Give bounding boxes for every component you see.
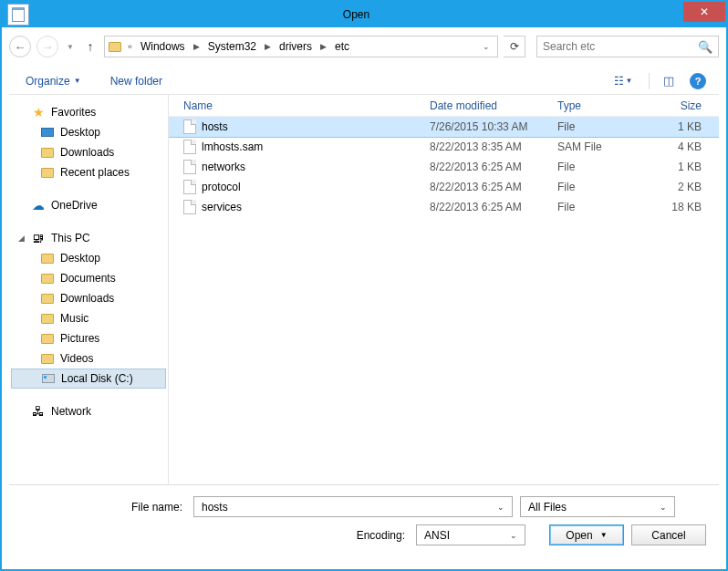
filename-input[interactable]: hosts ⌄ [193, 496, 513, 517]
refresh-button[interactable]: ⟳ [504, 36, 525, 57]
filename-value: hosts [198, 501, 494, 514]
chevron-right-icon[interactable]: ▶ [262, 42, 274, 51]
help-button[interactable]: ? [690, 73, 706, 89]
sidebar-label: Pictures [60, 332, 99, 345]
sidebar: ★ Favorites Desktop Downloads Recent pla… [9, 95, 169, 484]
preview-pane-button[interactable]: ◫ [657, 71, 681, 91]
file-icon [183, 160, 196, 174]
network-icon: 🖧 [31, 404, 46, 419]
back-button[interactable]: ← [9, 36, 31, 57]
file-name-cell: services [178, 200, 424, 214]
sidebar-label: This PC [51, 232, 90, 244]
file-date-cell: 8/22/2013 8:35 AM [424, 140, 552, 153]
sidebar-label: Favorites [51, 106, 96, 119]
encoding-label: Encoding: [357, 529, 409, 542]
sidebar-recent[interactable]: Recent places [9, 162, 168, 182]
sidebar-pc-localdisk[interactable]: Local Disk (C:) [11, 369, 166, 389]
filter-value: All Files [525, 501, 656, 514]
chevron-down-icon: ▼ [74, 77, 81, 85]
body: ★ Favorites Desktop Downloads Recent pla… [9, 95, 719, 485]
filename-label: File name: [22, 501, 186, 514]
view-options-button[interactable]: ☷▼ [605, 71, 641, 91]
search-box[interactable]: 🔍 [536, 36, 719, 57]
sidebar-desktop[interactable]: Desktop [9, 122, 168, 142]
organize-label: Organize [26, 75, 70, 88]
titlebar: Open ✕ [2, 2, 726, 27]
folder-icon [40, 351, 55, 366]
sidebar-onedrive[interactable]: ☁ OneDrive [9, 195, 168, 215]
sidebar-downloads[interactable]: Downloads [9, 142, 168, 162]
sidebar-network[interactable]: 🖧 Network [9, 401, 168, 421]
column-name[interactable]: Name [178, 99, 424, 112]
sidebar-pc-music[interactable]: Music [9, 308, 168, 328]
close-button[interactable]: ✕ [683, 2, 725, 22]
file-date-cell: 7/26/2015 10:33 AM [424, 120, 552, 133]
chevron-down-icon: ⌄ [656, 503, 671, 512]
chevron-right-icon[interactable]: ▶ [191, 42, 203, 51]
file-icon [183, 119, 196, 134]
new-folder-button[interactable]: New folder [107, 71, 166, 91]
address-dropdown[interactable]: ⌄ [477, 42, 495, 51]
collapse-icon: ◢ [16, 234, 26, 243]
toolbar: Organize ▼ New folder ☷▼ ◫ ? [9, 64, 719, 95]
sidebar-pc-desktop[interactable]: Desktop [9, 248, 168, 268]
file-row[interactable]: services8/22/2013 6:25 AMFile18 KB [169, 197, 719, 217]
file-row[interactable]: hosts7/26/2015 10:33 AMFile1 KB [169, 117, 719, 137]
sidebar-pc-videos[interactable]: Videos [9, 348, 168, 369]
file-row[interactable]: protocol8/22/2013 6:25 AMFile2 KB [169, 177, 719, 197]
cancel-button[interactable]: Cancel [631, 524, 706, 545]
file-name: networks [202, 161, 245, 173]
column-headers: Name Date modified Type Size [169, 95, 719, 117]
file-size-cell: 1 KB [643, 161, 707, 173]
file-name-cell: networks [178, 160, 424, 174]
breadcrumb-etc[interactable]: etc [331, 38, 353, 55]
breadcrumb-windows[interactable]: Windows [137, 38, 189, 55]
window-title: Open [29, 8, 683, 21]
file-size-cell: 18 KB [643, 201, 707, 213]
encoding-select[interactable]: ANSI ⌄ [416, 524, 525, 545]
file-row[interactable]: networks8/22/2013 6:25 AMFile1 KB [169, 157, 719, 177]
file-icon [183, 180, 196, 194]
split-arrow-icon: ▼ [600, 531, 608, 539]
file-filter-select[interactable]: All Files ⌄ [520, 496, 675, 517]
file-type-cell: SAM File [552, 140, 643, 153]
chevron-right-icon[interactable]: ▶ [317, 42, 329, 51]
folder-icon [107, 38, 123, 55]
file-rows: hosts7/26/2015 10:33 AMFile1 KBlmhosts.s… [169, 117, 719, 484]
file-name-cell: protocol [178, 180, 424, 194]
sidebar-pc-documents[interactable]: Documents [9, 268, 168, 288]
column-size[interactable]: Size [643, 99, 707, 112]
address-bar[interactable]: « Windows ▶ System32 ▶ drivers ▶ etc ⌄ [104, 36, 498, 57]
sidebar-label: Recent places [60, 166, 130, 179]
search-input[interactable] [543, 40, 698, 53]
file-type-cell: File [552, 120, 643, 133]
divider [649, 73, 650, 89]
open-file-dialog: Open ✕ ← → ▼ ↑ « Windows ▶ System32 ▶ dr… [0, 0, 728, 571]
breadcrumb-overflow[interactable]: « [125, 42, 135, 51]
sidebar-pc-downloads[interactable]: Downloads [9, 288, 168, 308]
open-button[interactable]: Open ▼ [549, 524, 624, 545]
file-row[interactable]: lmhosts.sam8/22/2013 8:35 AMSAM File4 KB [169, 137, 719, 157]
file-list: Name Date modified Type Size hosts7/26/2… [169, 95, 719, 484]
breadcrumb-system32[interactable]: System32 [204, 38, 260, 55]
sidebar-pc-pictures[interactable]: Pictures [9, 328, 168, 348]
open-label: Open [566, 529, 592, 542]
disk-icon [41, 371, 56, 386]
up-button[interactable]: ↑ [82, 38, 99, 55]
file-name: protocol [202, 181, 241, 193]
column-type[interactable]: Type [552, 99, 643, 112]
folder-icon [40, 271, 55, 286]
file-type-cell: File [552, 181, 643, 193]
file-type-cell: File [552, 161, 643, 173]
sidebar-label: Local Disk (C:) [61, 372, 133, 385]
file-name-cell: hosts [178, 119, 424, 134]
file-size-cell: 4 KB [643, 140, 707, 153]
history-dropdown[interactable]: ▼ [64, 43, 77, 51]
sidebar-favorites[interactable]: ★ Favorites [9, 102, 168, 122]
breadcrumb-drivers[interactable]: drivers [276, 38, 316, 55]
file-icon [183, 140, 196, 154]
column-date[interactable]: Date modified [424, 99, 552, 112]
organize-menu[interactable]: Organize ▼ [22, 71, 85, 91]
forward-button[interactable]: → [36, 36, 58, 57]
sidebar-thispc[interactable]: ◢ 🖳 This PC [9, 228, 168, 248]
